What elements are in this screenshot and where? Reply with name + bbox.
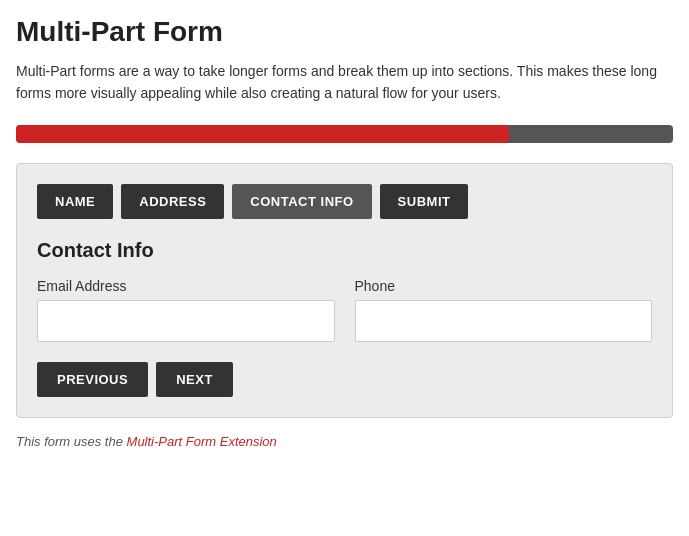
phone-input[interactable] (355, 300, 653, 342)
page-description: Multi-Part forms are a way to take longe… (16, 60, 673, 105)
email-label: Email Address (37, 278, 335, 294)
email-group: Email Address (37, 278, 335, 342)
next-button[interactable]: NEXT (156, 362, 233, 397)
footer-text: This form uses the Multi-Part Form Exten… (16, 434, 673, 449)
footer-prefix: This form uses the (16, 434, 127, 449)
page-title: Multi-Part Form (16, 16, 673, 48)
tab-submit[interactable]: SUBMIT (380, 184, 469, 219)
form-card: NAME ADDRESS CONTACT INFO SUBMIT Contact… (16, 163, 673, 418)
tab-bar: NAME ADDRESS CONTACT INFO SUBMIT (37, 184, 652, 219)
section-title: Contact Info (37, 239, 652, 262)
footer-link[interactable]: Multi-Part Form Extension (127, 434, 277, 449)
phone-group: Phone (355, 278, 653, 342)
progress-bar-container (16, 125, 673, 143)
action-bar: PREVIOUS NEXT (37, 362, 652, 397)
previous-button[interactable]: PREVIOUS (37, 362, 148, 397)
email-input[interactable] (37, 300, 335, 342)
progress-bar-fill (16, 125, 509, 143)
form-fields-row: Email Address Phone (37, 278, 652, 342)
phone-label: Phone (355, 278, 653, 294)
tab-address[interactable]: ADDRESS (121, 184, 224, 219)
tab-contact-info[interactable]: CONTACT INFO (232, 184, 371, 219)
tab-name[interactable]: NAME (37, 184, 113, 219)
